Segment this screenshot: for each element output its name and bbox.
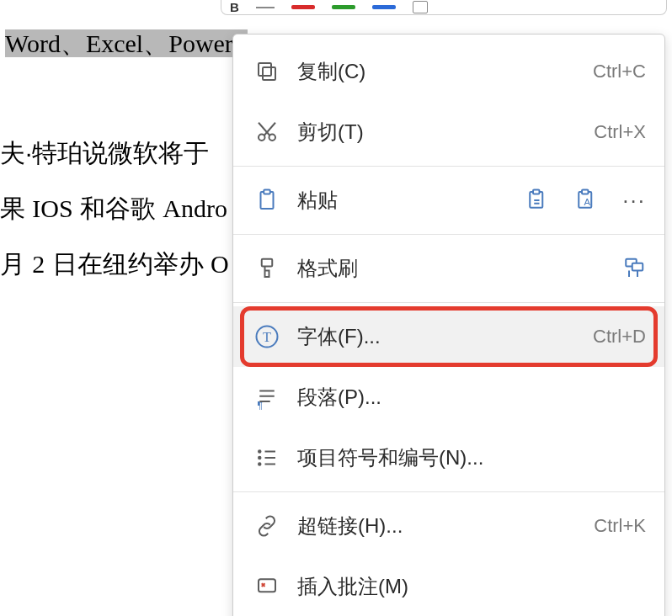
paragraph-icon: ¶ [252, 385, 282, 410]
paste-text-icon[interactable]: A [573, 188, 599, 213]
font-icon: T [252, 324, 282, 349]
copy-icon [252, 59, 282, 84]
context-menu: 复制(C) Ctrl+C 剪切(T) Ctrl+X 粘贴 [232, 34, 665, 616]
doc-line-4: 月 2 日在纽约举办 O [0, 247, 229, 282]
menu-bullets[interactable]: 项目符号和编号(N)... [233, 427, 664, 488]
menu-paste-label: 粘贴 [282, 187, 525, 214]
menu-comment-label: 插入批注(M) [282, 573, 646, 600]
menu-font-shortcut: Ctrl+D [593, 326, 646, 348]
svg-point-3 [269, 135, 276, 141]
menu-comment[interactable]: 插入批注(M) [233, 556, 664, 616]
menu-copy-shortcut: Ctrl+C [593, 61, 646, 82]
menu-paragraph-label: 段落(P)... [282, 384, 646, 411]
format-brush-right-icon[interactable] [621, 256, 646, 281]
menu-hyperlink[interactable]: 超链接(H)... Ctrl+K [233, 496, 664, 556]
svg-point-17 [259, 450, 261, 453]
svg-text:A: A [584, 197, 591, 207]
svg-rect-1 [259, 63, 271, 76]
menu-hyperlink-label: 超链接(H)... [282, 512, 594, 539]
bold-button[interactable]: B [230, 0, 239, 14]
svg-rect-9 [582, 190, 589, 194]
menu-paste[interactable]: 粘贴 A ··· [233, 170, 664, 231]
color-green[interactable] [332, 5, 355, 9]
menu-cut-shortcut: Ctrl+X [594, 121, 646, 143]
cut-icon [252, 119, 282, 145]
doc-line-3: 果 IOS 和谷歌 Andro [0, 192, 227, 226]
menu-format-brush-label: 格式刷 [282, 255, 621, 282]
color-red[interactable] [291, 5, 315, 9]
menu-separator [233, 234, 664, 235]
selected-text: Word、Excel、PowerP [5, 29, 248, 57]
toolbar-more[interactable] [413, 1, 428, 13]
menu-paragraph[interactable]: ¶ 段落(P)... [233, 367, 664, 427]
menu-bullets-label: 项目符号和编号(N)... [282, 444, 646, 471]
svg-point-19 [259, 463, 261, 465]
svg-point-18 [259, 457, 261, 459]
menu-copy-label: 复制(C) [282, 58, 593, 85]
svg-rect-5 [264, 190, 270, 194]
svg-rect-11 [262, 259, 273, 267]
comment-icon [252, 574, 282, 599]
svg-text:¶: ¶ [258, 401, 263, 410]
menu-hyperlink-shortcut: Ctrl+K [594, 515, 646, 537]
svg-rect-13 [632, 263, 643, 271]
hyperlink-icon [252, 513, 282, 539]
doc-line-2: 夫·特珀说微软将于 [0, 136, 209, 171]
paste-more-icon[interactable]: ··· [622, 188, 646, 214]
menu-separator [233, 166, 664, 167]
menu-format-brush[interactable]: 格式刷 [233, 238, 664, 299]
menu-font[interactable]: T 字体(F)... Ctrl+D [233, 306, 664, 367]
paste-formatted-icon[interactable] [525, 188, 550, 213]
menu-cut[interactable]: 剪切(T) Ctrl+X [233, 102, 664, 162]
svg-text:T: T [263, 330, 271, 345]
menu-font-label: 字体(F)... [282, 323, 593, 350]
menu-separator [233, 302, 664, 303]
menu-cut-label: 剪切(T) [282, 119, 594, 146]
svg-rect-7 [533, 190, 540, 194]
doc-line-1: Word、Excel、PowerP [5, 27, 248, 61]
mini-toolbar[interactable]: B [221, 0, 667, 15]
svg-point-2 [259, 135, 265, 141]
color-blue[interactable] [372, 5, 396, 9]
toolbar-sep [256, 7, 275, 8]
paste-icon [252, 188, 282, 213]
format-brush-icon [252, 256, 282, 281]
menu-copy[interactable]: 复制(C) Ctrl+C [233, 41, 664, 102]
menu-separator [233, 491, 664, 492]
bullets-icon [252, 445, 282, 470]
svg-rect-0 [263, 67, 275, 80]
svg-rect-20 [259, 579, 275, 592]
